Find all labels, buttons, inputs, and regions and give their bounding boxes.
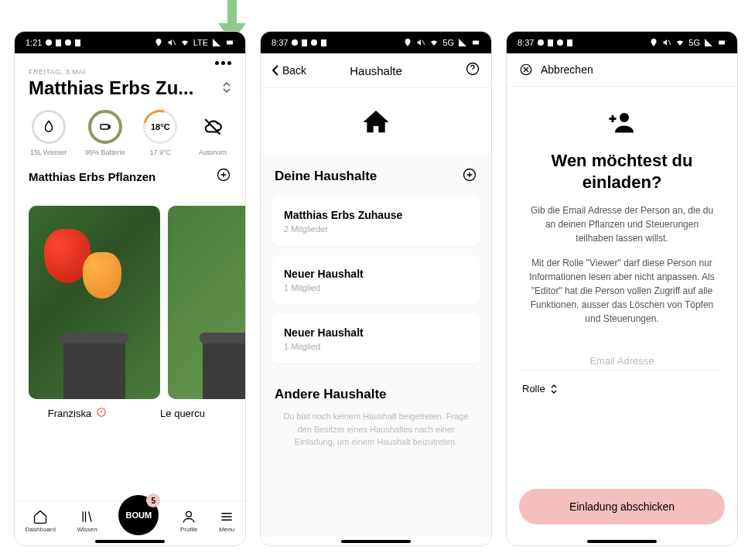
nav-label: Profile [180, 526, 198, 533]
app-bar: Back Haushalte [261, 53, 491, 88]
home-indicator[interactable] [587, 540, 657, 543]
household-members: 2 Mitglieder [284, 224, 468, 234]
warning-icon [96, 407, 107, 420]
nav-profile[interactable]: Profile [180, 509, 198, 533]
svg-rect-3 [108, 126, 110, 128]
books-icon [80, 509, 95, 524]
current-date: FREITAG, 3.MAI [15, 68, 245, 76]
household-card[interactable]: Neuer Haushalt 1 Mitglied [272, 255, 480, 305]
status-bar: 8:37 5G [261, 32, 491, 53]
bottom-nav: Dashboard Wissen BOUM 5 Profile Menu [15, 500, 245, 537]
svg-rect-2 [101, 125, 109, 129]
nav-knowledge[interactable]: Wissen [77, 509, 97, 533]
status-box-icon [75, 39, 80, 46]
network-label: LTE [193, 38, 208, 47]
empty-state-text: Du bist noch keinem Haushalt beigetreten… [272, 410, 480, 449]
home-indicator[interactable] [95, 540, 165, 543]
user-icon [181, 509, 196, 524]
household-name: Matthias Erbs Zuhause [284, 209, 468, 221]
household-card[interactable]: Matthias Erbs Zuhause 2 Mitglieder [272, 196, 480, 246]
menu-icon [219, 509, 234, 524]
status-dot-icon [311, 39, 317, 46]
status-time: 1:21 [26, 38, 42, 47]
status-bar: 1:21 LTE [15, 32, 245, 53]
invite-description-2: Mit der Rolle "Viewer" darf diese Person… [507, 245, 737, 326]
household-name: Neuer Haushalt [284, 268, 468, 280]
page-title: Haushalte [350, 64, 402, 77]
nav-dashboard[interactable]: Dashboard [26, 509, 56, 533]
svg-line-0 [173, 40, 176, 45]
wifi-icon [180, 38, 190, 47]
signal-icon [704, 38, 713, 47]
status-box-icon [548, 39, 553, 46]
pot-image [203, 337, 245, 399]
wifi-icon [429, 38, 439, 47]
svg-rect-13 [719, 41, 725, 45]
mute-icon [416, 38, 425, 47]
home-indicator[interactable] [341, 540, 411, 543]
screen-dashboard: 1:21 LTE FREITAG, 3.MAI Matthias Erbs Zu… [14, 31, 246, 546]
nav-menu[interactable]: Menu [219, 509, 234, 533]
send-invite-button[interactable]: Einladung abschicken [519, 489, 725, 524]
invite-heading: Wen möchtest du einladen? [507, 150, 737, 193]
back-button[interactable]: Back [272, 64, 306, 77]
plant-image [83, 252, 121, 299]
svg-rect-9 [473, 41, 479, 45]
household-card[interactable]: Neuer Haushalt 1 Mitglied [272, 314, 480, 364]
cancel-label: Abbrechen [541, 63, 593, 76]
metric-mode-label: Autonom [199, 149, 227, 156]
status-time: 8:37 [272, 38, 288, 47]
add-household-button[interactable] [462, 167, 477, 186]
water-drop-icon [42, 120, 56, 134]
nav-label: Wissen [77, 526, 97, 533]
pot-image [63, 337, 125, 399]
status-dot-icon [46, 39, 52, 46]
location-icon [154, 38, 163, 47]
mute-icon [167, 38, 176, 47]
status-dot-icon [292, 39, 298, 46]
email-field[interactable]: Email Adresse [522, 326, 722, 370]
battery-icon [717, 38, 726, 47]
nav-label: Menu [219, 526, 234, 533]
nav-boum-button[interactable]: BOUM 5 [118, 495, 159, 535]
signal-icon [212, 38, 221, 47]
household-title: Matthias Erbs Zu... [29, 77, 193, 99]
home-icon [32, 509, 48, 524]
household-members: 1 Mitglied [284, 342, 468, 351]
battery-icon [471, 38, 480, 47]
screen-households: 8:37 5G Back Haushalte [260, 31, 492, 546]
household-switcher[interactable] [222, 81, 231, 96]
metric-battery-label: 95% Batterie [85, 149, 125, 156]
metric-water-label: 15L Wasser [30, 149, 67, 156]
plant-name: Le quercu [160, 408, 205, 419]
plant-card[interactable] [168, 206, 245, 399]
household-name: Neuer Haushalt [284, 326, 468, 339]
cloud-off-icon [203, 117, 223, 137]
cancel-button[interactable]: Abbrechen [507, 53, 737, 87]
household-members: 1 Mitglied [284, 283, 468, 292]
svg-line-12 [668, 40, 671, 45]
signal-icon [458, 38, 467, 47]
boum-badge: 5 [146, 493, 160, 507]
plant-card[interactable] [29, 206, 160, 399]
status-dot-icon [65, 39, 71, 46]
status-box-icon [321, 39, 326, 46]
status-dot-icon [538, 39, 544, 46]
screen-invite: 8:37 5G Abbrechen Wen möchtest du einlad… [506, 31, 738, 546]
metric-temperature[interactable]: 18°C 17.9°C [143, 110, 177, 156]
more-options-button[interactable] [215, 61, 231, 65]
metric-mode[interactable]: Autonom [196, 110, 230, 156]
location-icon [403, 38, 412, 47]
metric-battery[interactable]: 95% Batterie [85, 110, 125, 156]
status-box-icon [56, 39, 61, 46]
battery-icon [225, 38, 234, 47]
help-button[interactable] [465, 61, 480, 80]
svg-point-15 [620, 113, 629, 122]
network-label: 5G [688, 38, 700, 47]
metric-water[interactable]: 15L Wasser [30, 110, 67, 156]
add-person-icon [507, 87, 737, 150]
svg-rect-1 [227, 41, 233, 45]
add-plant-button[interactable] [216, 167, 231, 186]
role-label: Rolle [522, 383, 545, 394]
role-selector[interactable]: Rolle [507, 370, 737, 407]
